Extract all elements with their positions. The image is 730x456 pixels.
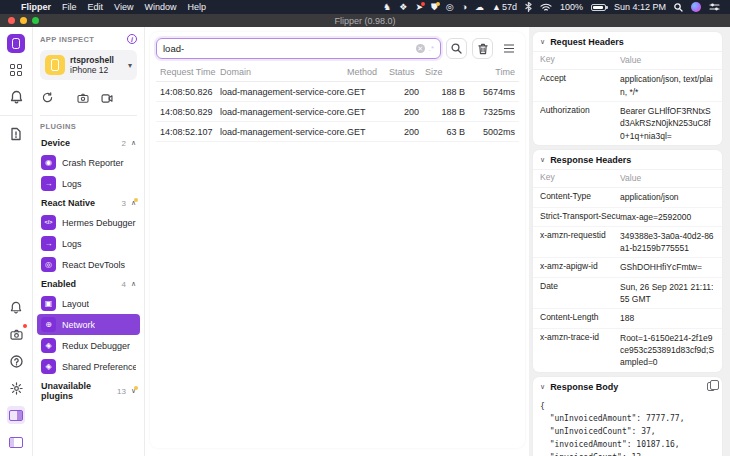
table-row[interactable]: 14:08:52.107 load-management-service-cor… bbox=[156, 122, 519, 142]
shield-status-icon[interactable]: ⛊ bbox=[431, 3, 438, 12]
request-details-panel: ∨ Request Headers Key Value Accept appli… bbox=[529, 27, 730, 456]
uptime-status[interactable]: ▲57d bbox=[492, 3, 517, 12]
bluetooth-icon[interactable] bbox=[525, 2, 532, 12]
section-react-native[interactable]: React Native 3 ∧ bbox=[40, 194, 137, 212]
plugin-network[interactable]: ⊕ Network bbox=[37, 314, 140, 335]
monitor-status-icon[interactable]: ◎ bbox=[446, 3, 454, 12]
section-enabled[interactable]: Enabled 4 ∧ bbox=[40, 275, 137, 293]
col-size[interactable]: Size bbox=[419, 67, 465, 77]
regex-toggle-icon[interactable]: .* bbox=[429, 44, 434, 53]
flipper-app-icon[interactable] bbox=[7, 34, 25, 52]
table-row[interactable]: 14:08:50.829 load-management-service-cor… bbox=[156, 102, 519, 122]
kv-column-headers: Key Value bbox=[533, 51, 722, 70]
menu-help[interactable]: Help bbox=[187, 2, 206, 12]
plugin-device-logs[interactable]: → Logs bbox=[37, 173, 140, 194]
search-button[interactable] bbox=[446, 38, 467, 59]
response-headers-header[interactable]: ∨ Response Headers bbox=[533, 150, 722, 169]
copy-icon[interactable] bbox=[707, 382, 715, 391]
header-row-apigw-id: x-amz-apigw-id GShDOHHfiYcFmtw= bbox=[533, 258, 722, 277]
video-icon[interactable] bbox=[101, 89, 113, 107]
siri-icon[interactable] bbox=[691, 2, 701, 12]
header-row-date: Date Sun, 26 Sep 2021 21:11:55 GMT bbox=[533, 278, 722, 310]
window-titlebar: Flipper (0.98.0) bbox=[0, 14, 730, 27]
globe-status-icon[interactable]: ◑ bbox=[462, 3, 467, 12]
close-window-button[interactable] bbox=[8, 17, 15, 24]
table-header: Request Time Domain Method Status Size T… bbox=[156, 64, 519, 82]
network-main: ✕ .* Request Time Domain Method Status S… bbox=[145, 27, 529, 456]
doc-alert-icon[interactable] bbox=[7, 125, 25, 143]
macos-menubar: Flipper File Edit View Window Help ♞ ❖ ➤… bbox=[0, 0, 730, 14]
cloud-status-icon[interactable]: ☁ bbox=[475, 3, 484, 12]
header-row-accept: Accept application/json, text/plain, */* bbox=[533, 70, 722, 102]
collapse-icon: ∨ bbox=[540, 38, 545, 46]
app-inspect-label: APP INSPECT bbox=[40, 35, 94, 44]
header-row-strict-transport: Strict-Transport-Securi max-age=2592000 bbox=[533, 208, 722, 227]
info-icon[interactable]: i bbox=[127, 34, 137, 44]
col-method[interactable]: Method bbox=[347, 67, 383, 77]
alerts-bell-icon[interactable] bbox=[7, 298, 25, 316]
device-model: iPhone 12 bbox=[70, 65, 123, 75]
menu-view[interactable]: View bbox=[114, 2, 133, 12]
screenshot-camera-icon[interactable] bbox=[7, 325, 25, 343]
toggle-left-panel-icon[interactable] bbox=[7, 433, 25, 451]
settings-gear-icon[interactable] bbox=[7, 379, 25, 397]
network-icon: ⊕ bbox=[41, 317, 56, 332]
collapse-icon: ∨ bbox=[540, 156, 545, 164]
kv-column-headers: Key Value bbox=[533, 169, 722, 188]
github-status-icon[interactable]: ♞ bbox=[383, 3, 391, 12]
control-center-icon[interactable] bbox=[709, 3, 720, 11]
section-unavailable-plugins[interactable]: Unavailable plugins 13 ∨ bbox=[40, 377, 137, 405]
section-device[interactable]: Device 2 ∧ bbox=[40, 134, 137, 152]
plugin-redux-debugger[interactable]: ◈ Redux Debugger bbox=[37, 335, 140, 356]
clear-table-trash-button[interactable] bbox=[472, 38, 493, 59]
col-time[interactable]: Time bbox=[465, 67, 515, 77]
device-name: rtsproshell bbox=[70, 55, 123, 65]
request-headers-header[interactable]: ∨ Request Headers bbox=[533, 32, 722, 51]
wifi-icon[interactable] bbox=[540, 3, 552, 12]
location-status-icon[interactable]: ➤ bbox=[415, 3, 423, 12]
plugin-react-devtools[interactable]: ◎ React DevTools bbox=[37, 254, 140, 275]
camera-icon[interactable] bbox=[77, 89, 89, 107]
search-input[interactable] bbox=[163, 43, 412, 54]
chevron-down-icon: ▾ bbox=[128, 61, 132, 70]
plugin-manager-icon[interactable] bbox=[7, 61, 25, 79]
refresh-icon[interactable] bbox=[42, 89, 53, 107]
plugin-shared-preferences[interactable]: ◈ Shared Preferences Viewer bbox=[37, 356, 140, 377]
response-headers-card: ∨ Response Headers Key Value Content-Typ… bbox=[533, 150, 722, 372]
spotlight-search-icon[interactable] bbox=[674, 3, 683, 12]
zoom-window-button[interactable] bbox=[32, 17, 39, 24]
minimize-window-button[interactable] bbox=[20, 17, 27, 24]
search-box: ✕ .* bbox=[156, 38, 441, 59]
menu-flipper[interactable]: Flipper bbox=[21, 2, 51, 12]
menubar-clock[interactable]: Sun 4:12 PM bbox=[614, 3, 666, 12]
menu-edit[interactable]: Edit bbox=[88, 2, 104, 12]
col-request-time[interactable]: Request Time bbox=[160, 67, 220, 77]
battery-icon bbox=[591, 4, 606, 11]
header-row-content-length: Content-Length 188 bbox=[533, 309, 722, 328]
logs-icon: → bbox=[41, 236, 56, 251]
hermes-icon: </> bbox=[41, 215, 56, 230]
menu-window[interactable]: Window bbox=[144, 2, 176, 12]
notifications-bell-icon[interactable] bbox=[7, 88, 25, 106]
table-options-menu-button[interactable] bbox=[498, 38, 519, 59]
menu-file[interactable]: File bbox=[62, 2, 77, 12]
plugin-layout[interactable]: ▣ Layout bbox=[37, 293, 140, 314]
clear-search-icon[interactable]: ✕ bbox=[416, 44, 425, 53]
dropbox-status-icon[interactable]: ❖ bbox=[399, 3, 407, 12]
toggle-right-panel-icon[interactable] bbox=[7, 406, 25, 424]
col-domain[interactable]: Domain bbox=[220, 67, 347, 77]
plugin-hermes-debugger[interactable]: </> Hermes Debugger (RN) bbox=[37, 212, 140, 233]
response-body-header[interactable]: ∨ Response Body bbox=[533, 377, 722, 396]
response-body-json: { "unInvoicedAmount": 7777.77, "unInvoic… bbox=[533, 396, 722, 456]
collapse-icon: ∧ bbox=[131, 199, 136, 207]
window-title: Flipper (0.98.0) bbox=[334, 16, 395, 26]
plugin-crash-reporter[interactable]: ◉ Crash Reporter bbox=[37, 152, 140, 173]
plugin-rn-logs[interactable]: → Logs bbox=[37, 233, 140, 254]
device-selector[interactable]: rtsproshell iPhone 12 ▾ bbox=[40, 50, 137, 80]
table-row[interactable]: 14:08:50.826 load-management-service-cor… bbox=[156, 82, 519, 102]
expand-icon: ∨ bbox=[131, 387, 136, 395]
request-headers-card: ∨ Request Headers Key Value Accept appli… bbox=[533, 32, 722, 145]
help-icon[interactable] bbox=[7, 352, 25, 370]
col-status[interactable]: Status bbox=[383, 67, 419, 77]
logs-icon: → bbox=[41, 176, 56, 191]
